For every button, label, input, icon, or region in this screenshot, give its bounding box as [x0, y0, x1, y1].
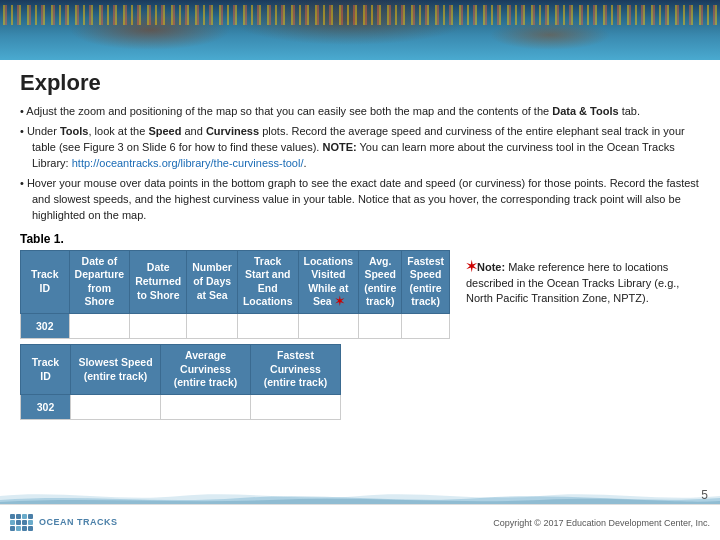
cell-days	[187, 314, 238, 339]
logo-area: OCEAN TRACKS	[10, 514, 118, 531]
instruction-2: • Under Tools, look at the Speed and Cur…	[20, 124, 700, 172]
map-header	[0, 0, 720, 60]
col-start-end: Track Start and End Locations	[237, 250, 298, 314]
col-returned: Date Returned to Shore	[130, 250, 187, 314]
tables-container: Track ID Date of Departure from Shore Da…	[20, 250, 700, 420]
table-top: Track ID Date of Departure from Shore Da…	[20, 250, 450, 340]
note-text: ✶Note: Make reference here to locations …	[466, 258, 700, 307]
logo-text-block: OCEAN TRACKS	[39, 518, 118, 527]
col-avg-speed: Avg. Speed (entire track)	[359, 250, 402, 314]
footer: OCEAN TRACKS Copyright © 2017 Education …	[0, 504, 720, 540]
cell-start-end	[237, 314, 298, 339]
page-number: 5	[701, 488, 708, 502]
cell-avg-speed	[359, 314, 402, 339]
col-departure: Date of Departure from Shore	[69, 250, 130, 314]
table-row-2: 302	[21, 395, 341, 420]
col2-avg-curv: Average Curviness (entire track)	[161, 345, 251, 395]
cell-fastest	[402, 314, 450, 339]
main-content: Explore • Adjust the zoom and positionin…	[0, 60, 720, 430]
cell-track-id: 302	[21, 314, 70, 339]
note-bold: Note:	[477, 261, 505, 273]
cell-returned	[130, 314, 187, 339]
col2-track-id: Track ID	[21, 345, 71, 395]
col-fastest-speed: Fastest Speed (entire track)	[402, 250, 450, 314]
col-days: Number of Days at Sea	[187, 250, 238, 314]
logo-name: OCEAN TRACKS	[39, 518, 118, 527]
instruction-1: • Adjust the zoom and positioning of the…	[20, 104, 700, 120]
cell2-avg-curv	[161, 395, 251, 420]
logo-icon	[10, 514, 33, 531]
col-locations: Locations Visited While at Sea ✶	[298, 250, 359, 314]
note-asterisk: ✶	[466, 259, 477, 274]
logo-grid	[10, 514, 33, 531]
cell2-track-id: 302	[21, 395, 71, 420]
left-tables: Track ID Date of Departure from Shore Da…	[20, 250, 450, 420]
table-label: Table 1.	[20, 232, 700, 246]
page-title: Explore	[20, 70, 700, 96]
note-section: ✶Note: Make reference here to locations …	[466, 250, 700, 307]
col2-fastest-curv: Fastest Curviness (entire track)	[251, 345, 341, 395]
table-bottom: Track ID Slowest Speed (entire track) Av…	[20, 344, 341, 420]
instructions-block: • Adjust the zoom and positioning of the…	[20, 104, 700, 224]
col-track-id: Track ID	[21, 250, 70, 314]
col2-slowest: Slowest Speed (entire track)	[71, 345, 161, 395]
instruction-3: • Hover your mouse over data points in t…	[20, 176, 700, 224]
cell2-fastest-curv	[251, 395, 341, 420]
wave-decoration	[0, 486, 720, 504]
cell-departure	[69, 314, 130, 339]
cell2-slowest	[71, 395, 161, 420]
cell-locations	[298, 314, 359, 339]
table-row: 302	[21, 314, 450, 339]
copyright-text: Copyright © 2017 Education Development C…	[493, 518, 710, 528]
